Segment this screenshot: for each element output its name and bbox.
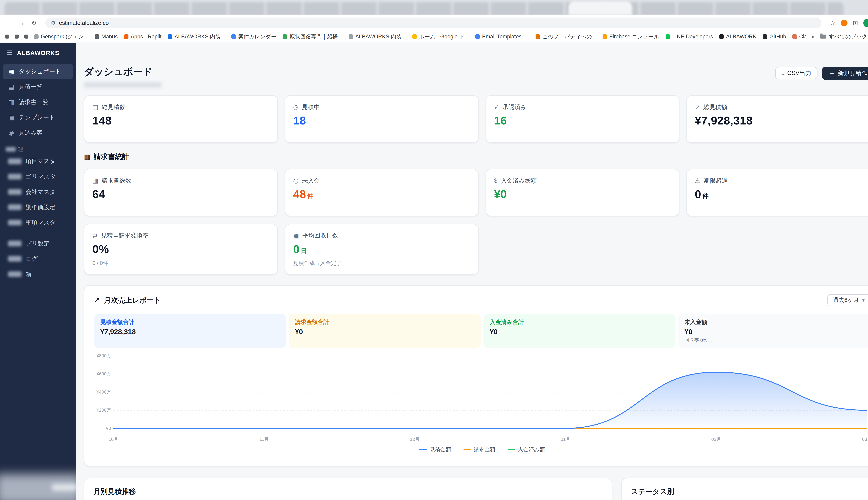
- stat-label: 期限超過: [704, 177, 728, 185]
- sidebar-item-masked[interactable]: 箱: [3, 266, 73, 282]
- sidebar-item-label: 会社マスタ: [25, 188, 56, 196]
- app-shortcut-icon[interactable]: [15, 35, 19, 38]
- sidebar-item-masked[interactable]: ログ: [3, 251, 73, 266]
- bookmark-label: ALBAWORKS 内装...: [355, 33, 406, 40]
- invoice-stats-section-header: ▥ 請求書統計: [84, 152, 868, 161]
- sidebar-item-label: テンプレート: [19, 114, 55, 122]
- svg-text:10月: 10月: [108, 437, 118, 442]
- sales-chart-svg: ¥0¥200万¥400万¥600万¥800万10月11月12月01月02月03月: [94, 352, 868, 443]
- chart-legend: 見積金額 請求金額 入金済み額: [94, 446, 868, 453]
- forward-icon[interactable]: →: [17, 19, 26, 26]
- bookmark-item[interactable]: ALBAWORKS 内装...: [349, 33, 406, 40]
- stat-label: 総見積額: [704, 103, 727, 111]
- stat-card: ⇄ 見積→請求変換率 0% 0 / 0件: [84, 224, 278, 275]
- sidebar-item-masked[interactable]: 別単価設定: [3, 200, 73, 215]
- bookmark-item[interactable]: 案件カレンダー: [231, 33, 276, 40]
- bookmark-favicon: [124, 34, 128, 39]
- blurred-tabs: [4, 2, 844, 15]
- sidebar-item-masked[interactable]: ゴリマスタ: [3, 169, 73, 184]
- hamburger-icon[interactable]: ☰: [7, 49, 12, 57]
- bookmark-item[interactable]: 原状回復専門｜船橋...: [283, 33, 342, 40]
- redaction-blur: [8, 271, 22, 277]
- legend-label: 請求金額: [474, 446, 495, 453]
- bookmark-item[interactable]: ALBAWORK: [719, 34, 756, 40]
- bookmark-item[interactable]: Genspark (ジェン...: [34, 33, 89, 40]
- stat-card: ⚠ 期限超過 0件: [686, 169, 868, 216]
- stat-icon: ⚠: [695, 177, 700, 184]
- bookmark-item[interactable]: このプロパティへの...: [536, 33, 596, 40]
- date-range-select[interactable]: 過去6ヶ月 ▾: [827, 294, 868, 307]
- stat-label: 平均回収日数: [302, 231, 338, 240]
- bookmark-star-icon[interactable]: ☆: [828, 19, 837, 26]
- sidebar-item-label: 別単価設定: [25, 203, 55, 211]
- stat-card: $ 入金済み総額 ¥0: [486, 169, 679, 216]
- bookmark-favicon: [168, 34, 172, 39]
- bookmark-item[interactable]: Firebase コンソール: [603, 33, 659, 40]
- download-icon: ↓: [781, 69, 784, 77]
- bookmark-favicon: [536, 34, 540, 39]
- address-bar[interactable]: ⚙ estimate.albalize.co: [45, 18, 821, 28]
- bookmark-item[interactable]: ALBAWORKS 内装...: [168, 33, 225, 40]
- brand-logo: ALBAWORKS: [17, 49, 59, 57]
- stat-icon: $: [494, 177, 498, 184]
- sidebar-item[interactable]: ▣ テンプレート: [3, 110, 73, 125]
- stat-value: 48件: [293, 188, 470, 202]
- redaction-blur: [8, 256, 22, 262]
- sidebar-item-masked[interactable]: プリ設定: [3, 236, 73, 251]
- bookmark-item[interactable]: Email Templates -...: [475, 34, 529, 40]
- sidebar-item-label: 請求書一覧: [19, 98, 48, 106]
- sidebar-item[interactable]: ▤ 見積一覧: [3, 79, 73, 94]
- reload-icon[interactable]: ↻: [30, 19, 38, 26]
- profile-avatar[interactable]: [863, 19, 868, 27]
- stat-label: 見積→請求変換率: [101, 231, 149, 240]
- stat-value: 0日: [293, 243, 470, 257]
- bookmark-item[interactable]: Manus: [95, 34, 117, 40]
- bookmark-item[interactable]: Claude: [792, 34, 806, 40]
- extensions-puzzle-icon[interactable]: ⊞: [851, 19, 860, 26]
- bottom-card-title: 月別見積推移: [93, 487, 603, 496]
- svg-text:03月: 03月: [862, 437, 868, 442]
- stat-card: ▤ 総見積数 148: [84, 95, 278, 143]
- site-settings-icon[interactable]: ⚙: [51, 20, 56, 26]
- redaction-blur: [8, 189, 22, 195]
- bookmark-favicon: [95, 34, 99, 39]
- all-bookmarks-button[interactable]: すべてのブックマーク: [820, 33, 868, 40]
- sidebar-item[interactable]: ▦ ダッシュボード: [3, 64, 73, 79]
- stats-row-2: ▥ 請求書総数 64 ◷ 未入金 48件: [84, 169, 868, 216]
- sidebar-item-masked[interactable]: 項目マスタ: [3, 154, 73, 169]
- stat-label: 見積中: [302, 103, 320, 111]
- bookmark-item[interactable]: ホーム - Google ド...: [412, 33, 469, 40]
- bookmark-favicon: [603, 34, 607, 39]
- url-text: estimate.albalize.co: [59, 20, 109, 26]
- bookmark-favicon: [349, 34, 353, 39]
- legend-item: 入金済み額: [508, 446, 545, 453]
- bookmark-item[interactable]: Apps - Replit: [124, 34, 162, 40]
- back-icon[interactable]: ←: [4, 19, 13, 26]
- app-shortcut-icon[interactable]: [5, 35, 9, 38]
- stat-value: 18: [293, 114, 470, 129]
- extension-icon[interactable]: [841, 20, 847, 26]
- csv-export-button[interactable]: ↓ CSV出力: [775, 67, 818, 79]
- sidebar-item-masked[interactable]: 会社マスタ: [3, 184, 73, 200]
- bookmark-favicon: [792, 34, 797, 39]
- bookmark-item[interactable]: GitHub: [763, 34, 786, 40]
- redaction-blur: [6, 147, 16, 151]
- bookmark-favicon: [34, 34, 38, 39]
- bookmark-item[interactable]: LINE Developers: [665, 34, 713, 40]
- sidebar-item-label: 箱: [25, 270, 32, 278]
- stat-label: 総見積数: [102, 103, 125, 111]
- browser-tab-strip[interactable]: [0, 0, 868, 15]
- bookmark-label: このプロパティへの...: [542, 33, 596, 40]
- stat-icon: ◷: [293, 103, 299, 111]
- sidebar-item[interactable]: ▥ 請求書一覧: [3, 95, 73, 110]
- app-shortcut-icon[interactable]: [24, 35, 28, 38]
- sidebar-item[interactable]: ◉ 見込み客: [3, 125, 73, 140]
- bookmark-label: LINE Developers: [672, 34, 713, 40]
- new-estimate-button[interactable]: ＋ 新規見積作成: [822, 67, 868, 80]
- sidebar-item-masked[interactable]: 事項マスタ: [3, 215, 73, 230]
- stat-label: 承認済み: [503, 103, 526, 111]
- bookmarks-overflow-icon[interactable]: »: [811, 33, 814, 40]
- redaction-blur: [8, 159, 22, 164]
- svg-text:02月: 02月: [711, 437, 721, 442]
- all-bookmarks-label: すべてのブックマーク: [829, 33, 868, 40]
